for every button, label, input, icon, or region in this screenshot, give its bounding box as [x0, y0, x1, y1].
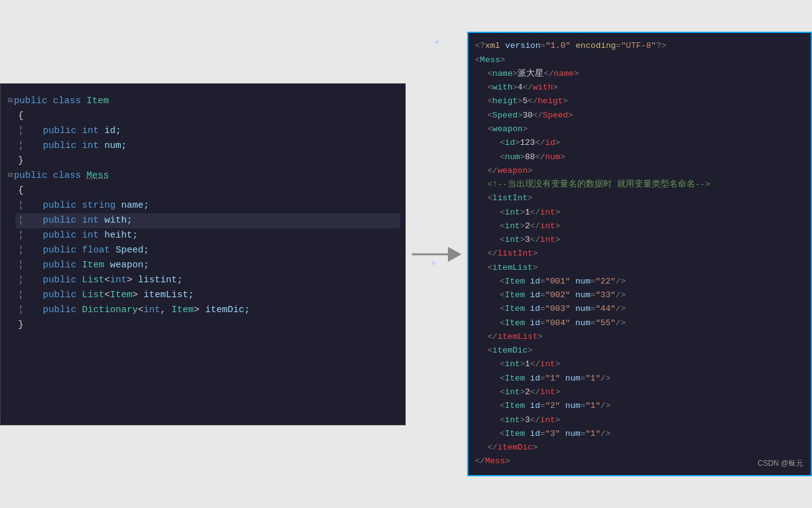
- left-code-panel: ⊟ public class Item { ¦ public int id; ¦…: [0, 83, 406, 425]
- xml-int1-line: < int > 1 </ int >: [498, 206, 806, 219]
- code-line-name: ¦ public string name;: [16, 198, 400, 213]
- xml-int-close1: int: [540, 206, 555, 219]
- indent-guide: ¦: [18, 198, 40, 213]
- xml-listint-open: < listInt >: [486, 192, 806, 205]
- kw-int: int: [82, 124, 104, 139]
- kw-class2: class: [53, 169, 86, 183]
- xml-decl-line: <? xml version = "1.0" encoding = "UTF-8…: [473, 39, 806, 53]
- field-speed: Speed;: [116, 243, 149, 258]
- xml-int2-line: < int > 2 </ int >: [498, 219, 806, 233]
- angle-bracket: <: [104, 273, 110, 288]
- brace-close2: }: [18, 318, 24, 333]
- xml-lt2: <: [487, 67, 492, 81]
- xml-weapon-open: < weapon >: [486, 122, 806, 136]
- kw-public12: public: [43, 303, 82, 318]
- kw-list-int: List: [82, 273, 104, 288]
- kw-public7: public: [43, 228, 82, 243]
- xml-id-line: < id > 123 </ id >: [498, 136, 806, 150]
- xml-int3-line: < int > 3 </ int >: [498, 233, 806, 247]
- xml-dic-item2: < Item id = "2" num = "1" />: [498, 399, 806, 413]
- xml-int-tag2: int: [505, 219, 520, 233]
- angle-bracket2: >: [127, 273, 138, 288]
- indent-guide: ¦: [18, 273, 40, 288]
- xml-mess-close-tag: Mess: [485, 455, 505, 468]
- field-num: num;: [104, 139, 127, 154]
- kw-public10: public: [43, 273, 82, 288]
- xml-gt-close2: >: [553, 81, 558, 95]
- indent-guide: ¦: [18, 243, 40, 258]
- angle-bracket5: <: [138, 303, 144, 318]
- xml-listint-tag: listInt: [493, 192, 528, 205]
- xml-weapon-tag: weapon: [493, 122, 523, 136]
- xml-item-tag3: Item: [505, 302, 531, 316]
- xml-item-tag4: Item: [505, 316, 531, 330]
- angle-bracket4: >: [132, 288, 144, 303]
- xml-lt-close1: </: [544, 67, 554, 81]
- xml-itemdic-close-tag: itemDic: [498, 441, 533, 455]
- xml-with-val: 4: [518, 81, 522, 95]
- kw-public6: public: [43, 213, 82, 228]
- indent-guide: ¦: [18, 228, 40, 243]
- code-line-itemdic: ¦ public Dictionary < int , Item > itemD…: [16, 303, 400, 318]
- xml-int-close2: int: [540, 219, 555, 233]
- xml-item001: < Item id = "001" num = "22" />: [498, 275, 806, 289]
- kw-float: float: [82, 243, 116, 258]
- xml-int1-val: 1: [525, 206, 530, 219]
- collapse-icon2[interactable]: ⊟: [8, 170, 12, 182]
- xml-pi: xml: [485, 39, 505, 53]
- xml-itemlist-open: < itemList >: [486, 261, 806, 275]
- xml-lt3: <: [487, 81, 492, 95]
- angle-bracket6: >: [194, 303, 205, 318]
- xml-itemlist-close-tag: itemList: [498, 330, 538, 344]
- xml-version-val: "1.0": [545, 39, 571, 53]
- xml-num-val: 88: [525, 150, 535, 164]
- transform-arrow: [412, 242, 462, 267]
- xml-id-val: 123: [520, 136, 535, 150]
- xml-mess-close: </ Mess >: [473, 455, 806, 468]
- collapse-icon[interactable]: ⊟: [8, 95, 12, 107]
- indent-guide: ¦: [18, 139, 40, 154]
- field-weapon: weapon;: [110, 258, 149, 273]
- xml-mess-tag: Mess: [480, 53, 500, 67]
- indent-guide: ¦: [18, 124, 40, 139]
- kw-public5: public: [43, 198, 82, 213]
- code-line-with: ¦ public int with;: [16, 213, 400, 228]
- kw-public2: public: [43, 124, 82, 139]
- code-line-num: ¦ public int num;: [16, 139, 400, 154]
- code-line-weapon: ¦ public Item weapon;: [16, 258, 400, 273]
- kw-dict: Dictionary: [82, 303, 138, 318]
- brace: {: [18, 109, 24, 124]
- xml-speed-val: 30: [522, 109, 532, 122]
- xml-encoding-label: encoding: [570, 39, 616, 53]
- xml-with-line: < with > 4 </ with >: [486, 81, 806, 95]
- kw-public11: public: [43, 288, 82, 303]
- xml-listint-close: </ listInt >: [486, 247, 806, 261]
- xml-int-tag1: int: [505, 206, 520, 219]
- code-line-mess-class: ⊟ public class Mess: [6, 169, 400, 183]
- arrow-container: [406, 242, 467, 267]
- kw-public8: public: [43, 243, 82, 258]
- xml-listint-close-tag: listInt: [498, 247, 533, 261]
- kw-public: public: [14, 94, 53, 109]
- xml-num-close: num: [545, 150, 560, 164]
- xml-heigt-val: 5: [522, 95, 527, 108]
- xml-int3-val: 3: [525, 233, 530, 247]
- xml-item-id1-val: "001": [545, 275, 570, 289]
- arrow-head: [448, 247, 462, 262]
- kw-int4: int: [82, 228, 104, 243]
- xml-id-close: id: [545, 136, 555, 150]
- indent-guide: ¦: [18, 258, 40, 273]
- xml-num-tag: num: [505, 150, 520, 164]
- xml-weapon-close: </ weapon >: [486, 164, 806, 178]
- xml-itemdic-close: </ itemDic >: [486, 441, 806, 455]
- xml-dic-int2: < int > 2 </ int >: [498, 386, 806, 399]
- kw-string: string: [82, 198, 121, 213]
- xml-heigt-line: < heigt > 5 </ heigt >: [486, 95, 806, 108]
- xml-item-id1-attr: id: [530, 275, 540, 289]
- xml-name-tag: name: [493, 67, 513, 81]
- field-id: id;: [104, 124, 121, 139]
- xml-dic-int3: < int > 3 </ int >: [498, 413, 806, 427]
- kw-item-type: Item: [82, 258, 110, 273]
- xml-speed-line: < Speed > 30 </ Speed >: [486, 109, 806, 122]
- xml-dic-item3: < Item id = "3" num = "1" />: [498, 427, 806, 441]
